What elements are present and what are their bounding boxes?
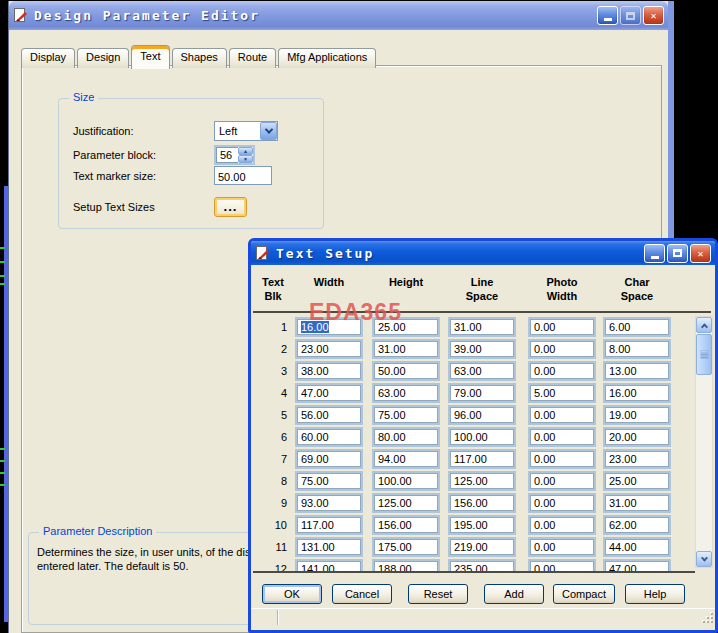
tab-design[interactable]: Design — [77, 48, 129, 68]
cell-photo_width-row4[interactable] — [528, 383, 596, 403]
scroll-up-icon[interactable] — [696, 317, 712, 333]
reset-button[interactable]: Reset — [408, 584, 468, 604]
cell-width-row6[interactable] — [295, 427, 363, 447]
help-button[interactable]: Help — [625, 584, 685, 604]
vertical-scrollbar[interactable] — [695, 316, 713, 568]
dialog-status-bar — [251, 608, 715, 625]
cell-line_space-row1[interactable] — [448, 317, 516, 337]
cell-height-row12[interactable] — [372, 559, 440, 573]
cell-height-row2[interactable] — [372, 339, 440, 359]
cell-height-row5[interactable] — [372, 405, 440, 425]
canvas-tick — [0, 460, 5, 462]
cell-width-row5[interactable] — [295, 405, 363, 425]
setup-text-sizes-button[interactable]: ... — [214, 197, 247, 217]
cell-char_space-row2[interactable] — [603, 339, 671, 359]
cell-photo_width-row2[interactable] — [528, 339, 596, 359]
cell-line_space-row2[interactable] — [448, 339, 516, 359]
cell-line_space-row8[interactable] — [448, 471, 516, 491]
compact-button[interactable]: Compact — [553, 584, 615, 604]
ok-button[interactable]: OK — [262, 584, 322, 604]
cell-char_space-row7[interactable] — [603, 449, 671, 469]
cell-width-row7[interactable] — [295, 449, 363, 469]
cell-height-row3[interactable] — [372, 361, 440, 381]
cell-line_space-row5[interactable] — [448, 405, 516, 425]
cancel-button[interactable]: Cancel — [332, 584, 392, 604]
parameter-block-value[interactable]: 56 — [216, 147, 238, 163]
cell-height-row9[interactable] — [372, 493, 440, 513]
dialog-minimize-button[interactable] — [644, 244, 665, 263]
row-number: 6 — [261, 427, 287, 443]
cell-char_space-row3[interactable] — [603, 361, 671, 381]
cell-photo_width-row10[interactable] — [528, 515, 596, 535]
tab-text[interactable]: Text — [131, 45, 169, 69]
dialog-title-bar[interactable]: Text Setup ✕ — [251, 241, 715, 265]
cell-char_space-row6[interactable] — [603, 427, 671, 447]
cell-height-row4[interactable] — [372, 383, 440, 403]
cell-photo_width-row1[interactable] — [528, 317, 596, 337]
tab-display[interactable]: Display — [21, 48, 75, 68]
maximize-button[interactable] — [620, 6, 641, 25]
cell-char_space-row10[interactable] — [603, 515, 671, 535]
cell-line_space-row4[interactable] — [448, 383, 516, 403]
spin-up-icon[interactable]: ▲ — [238, 147, 253, 155]
cell-char_space-row8[interactable] — [603, 471, 671, 491]
cell-char_space-row5[interactable] — [603, 405, 671, 425]
add-button[interactable]: Add — [484, 584, 544, 604]
dialog-close-button[interactable]: ✕ — [690, 244, 711, 263]
text-marker-size-input[interactable] — [214, 166, 272, 185]
cell-height-row8[interactable] — [372, 471, 440, 491]
combo-dropdown-icon[interactable] — [260, 122, 277, 140]
scrollbar-thumb[interactable] — [696, 334, 712, 375]
cell-width-row4[interactable] — [295, 383, 363, 403]
parameter-block-spinner[interactable]: 56 ▲ ▼ — [214, 145, 255, 165]
cell-line_space-row10[interactable] — [448, 515, 516, 535]
cell-width-row9[interactable] — [295, 493, 363, 513]
cell-photo_width-row8[interactable] — [528, 471, 596, 491]
close-button[interactable]: ✕ — [643, 6, 664, 25]
cell-char_space-row1[interactable] — [603, 317, 671, 337]
cell-width-row8[interactable] — [295, 471, 363, 491]
cell-photo_width-row11[interactable] — [528, 537, 596, 557]
cell-width-row3[interactable] — [295, 361, 363, 381]
cell-photo_width-row6[interactable] — [528, 427, 596, 447]
tab-route[interactable]: Route — [229, 48, 276, 68]
cell-char_space-row12[interactable] — [603, 559, 671, 573]
column-header-text: Text Blk — [253, 275, 293, 303]
cell-width-row2[interactable] — [295, 339, 363, 359]
resize-grip[interactable] — [703, 613, 713, 623]
cell-photo_width-row7[interactable] — [528, 449, 596, 469]
cell-height-row11[interactable] — [372, 537, 440, 557]
cell-photo_width-row3[interactable] — [528, 361, 596, 381]
cell-photo_width-row12[interactable] — [528, 559, 596, 573]
cell-line_space-row3[interactable] — [448, 361, 516, 381]
cell-width-row11[interactable] — [295, 537, 363, 557]
cell-line_space-row9[interactable] — [448, 493, 516, 513]
cell-photo_width-row9[interactable] — [528, 493, 596, 513]
cell-char_space-row9[interactable] — [603, 493, 671, 513]
spin-down-icon[interactable]: ▼ — [238, 155, 253, 163]
cell-char_space-row11[interactable] — [603, 537, 671, 557]
cell-width-row10[interactable] — [295, 515, 363, 535]
status-cell — [251, 610, 278, 625]
scroll-down-icon[interactable] — [696, 551, 712, 567]
cell-height-row10[interactable] — [372, 515, 440, 535]
justification-combobox[interactable]: Left — [214, 121, 278, 141]
cell-line_space-row11[interactable] — [448, 537, 516, 557]
minimize-button[interactable] — [597, 6, 618, 25]
justification-label: Justification: — [73, 125, 134, 137]
justification-value: Left — [215, 122, 260, 140]
canvas-tick — [0, 484, 5, 486]
cell-height-row7[interactable] — [372, 449, 440, 469]
main-title-bar[interactable]: Design Parameter Editor ✕ — [9, 1, 668, 30]
cell-photo_width-row5[interactable] — [528, 405, 596, 425]
cell-line_space-row7[interactable] — [448, 449, 516, 469]
cell-line_space-row12[interactable] — [448, 559, 516, 573]
cell-height-row6[interactable] — [372, 427, 440, 447]
text-size-table: 116.0023456789101112 — [253, 313, 695, 573]
tab-mfg-applications[interactable]: Mfg Applications — [278, 48, 376, 68]
dialog-maximize-button[interactable] — [667, 244, 688, 263]
tab-shapes[interactable]: Shapes — [172, 48, 227, 68]
cell-line_space-row6[interactable] — [448, 427, 516, 447]
cell-width-row12[interactable] — [295, 559, 363, 573]
cell-char_space-row4[interactable] — [603, 383, 671, 403]
